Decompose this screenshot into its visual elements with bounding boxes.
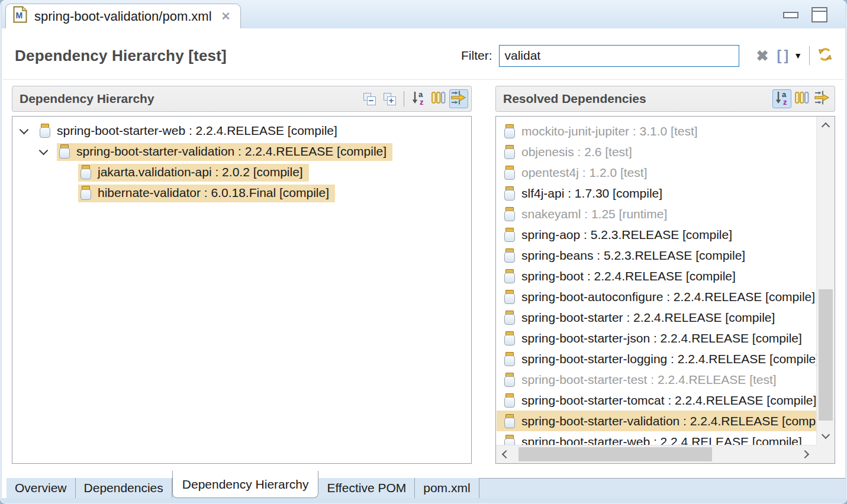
list-item[interactable]: spring-boot-starter : 2.2.4.RELEASE [com… xyxy=(497,307,816,328)
tree-node-label: spring-boot-starter-web : 2.2.4.RELEASE … xyxy=(57,124,337,138)
horizontal-scrollbar-thumb[interactable] xyxy=(518,447,712,461)
jar-icon xyxy=(504,435,515,445)
list-item[interactable]: spring-boot-autoconfigure : 2.2.4.RELEAS… xyxy=(497,286,816,307)
tree-node[interactable]: jakarta.validation-api : 2.0.2 [compile] xyxy=(78,164,309,182)
list-item[interactable]: spring-boot-starter-validation : 2.2.4.R… xyxy=(497,411,816,431)
resolved-content: mockito-junit-jupiter : 3.1.0 [test]obje… xyxy=(495,116,835,464)
list-item-label: spring-boot-starter-logging : 2.2.4.RELE… xyxy=(521,352,816,366)
list-item[interactable]: spring-boot-starter-tomcat : 2.2.4.RELEA… xyxy=(497,390,816,411)
tree-node-label: spring-boot-starter-validation : 2.2.4.R… xyxy=(76,144,387,159)
sort-alphabetically-button[interactable]: a z xyxy=(772,89,791,108)
jar-icon xyxy=(504,269,515,283)
jar-icon xyxy=(504,124,515,138)
editor-tab-pom[interactable]: M spring-boot-validation/pom.xml ✕ xyxy=(5,4,241,28)
sort-alphabetically-button[interactable]: a z xyxy=(409,89,428,108)
list-item[interactable]: spring-beans : 5.2.3.RELEASE [compile] xyxy=(497,245,816,266)
list-item-label: spring-boot-starter-test : 2.2.4.RELEASE… xyxy=(521,373,777,387)
link-with-selection-button[interactable] xyxy=(449,89,468,108)
tree-node[interactable]: spring-boot-starter-validation : 2.2.4.R… xyxy=(57,143,392,161)
collapse-all-button[interactable]: − xyxy=(360,89,379,108)
list-item-label: snakeyaml : 1.25 [runtime] xyxy=(521,207,667,221)
list-item[interactable]: spring-boot : 2.2.4.RELEASE [compile] xyxy=(497,266,816,286)
columns-icon xyxy=(431,91,446,107)
dependency-tree: spring-boot-starter-web : 2.2.4.RELEASE … xyxy=(12,117,471,203)
collapse-all-icon: − xyxy=(363,93,376,105)
chevron-down-icon[interactable] xyxy=(20,125,29,134)
tree-node-label: hibernate-validator : 6.0.18.Final [comp… xyxy=(98,186,329,200)
resolved-list: mockito-junit-jupiter : 3.1.0 [test]obje… xyxy=(497,117,816,445)
list-item[interactable]: mockito-junit-jupiter : 3.1.0 [test] xyxy=(497,121,816,141)
tab-dependencies[interactable]: Dependencies xyxy=(76,478,172,498)
maximize-icon[interactable] xyxy=(811,7,827,22)
link-arrows-icon xyxy=(814,90,830,108)
scroll-down-icon[interactable] xyxy=(822,431,830,439)
jar-icon xyxy=(504,352,515,366)
list-item-label: opentest4j : 1.2.0 [test] xyxy=(521,166,647,180)
horizontal-scrollbar[interactable] xyxy=(496,445,816,463)
chevron-down-icon[interactable] xyxy=(39,146,49,155)
tree-node[interactable]: hibernate-validator : 6.0.18.Final [comp… xyxy=(78,185,335,202)
editor-window: M spring-boot-validation/pom.xml ✕ Depen… xyxy=(0,0,847,504)
scroll-right-icon[interactable] xyxy=(801,450,809,458)
scroll-up-icon[interactable] xyxy=(822,122,830,131)
close-icon[interactable]: ✕ xyxy=(221,9,231,23)
vertical-scrollbar-thumb[interactable] xyxy=(819,289,833,421)
minimize-icon[interactable] xyxy=(783,12,798,18)
jar-icon xyxy=(504,228,515,242)
list-item[interactable]: spring-boot-starter-logging : 2.2.4.RELE… xyxy=(497,348,816,369)
tab-overview[interactable]: Overview xyxy=(7,478,76,498)
expand-all-icon: + xyxy=(384,93,396,105)
list-item[interactable]: opentest4j : 1.2.0 [test] xyxy=(497,162,816,183)
list-item-label: spring-boot-starter-json : 2.2.4.RELEASE… xyxy=(521,331,802,345)
tree-row[interactable]: spring-boot-starter-web : 2.2.4.RELEASE … xyxy=(12,121,471,141)
tree-node[interactable]: spring-boot-starter-web : 2.2.4.RELEASE … xyxy=(37,122,343,140)
list-item-label: spring-boot-autoconfigure : 2.2.4.RELEAS… xyxy=(521,290,815,304)
list-item[interactable]: spring-boot-starter-test : 2.2.4.RELEASE… xyxy=(497,369,816,390)
brackets-filter-icon[interactable]: [ ] xyxy=(777,48,788,64)
list-item[interactable]: snakeyaml : 1.25 [runtime] xyxy=(497,203,816,224)
jar-icon xyxy=(80,165,91,179)
list-item-label: spring-boot-starter : 2.2.4.RELEASE [com… xyxy=(521,311,775,325)
jar-icon xyxy=(504,373,515,387)
scrollbar-corner xyxy=(816,445,835,463)
tab-pom-xml[interactable]: pom.xml xyxy=(415,478,479,498)
jar-icon xyxy=(504,186,515,201)
filter-input[interactable] xyxy=(499,45,739,67)
filter-menu-caret-icon[interactable]: ▼ xyxy=(794,51,802,60)
svg-text:z: z xyxy=(420,98,424,106)
tab-dependency-hierarchy[interactable]: Dependency Hierarchy xyxy=(172,471,319,498)
filter-label: Filter: xyxy=(461,49,492,63)
list-item[interactable]: spring-boot-starter-web : 2.2.4.RELEASE … xyxy=(497,431,816,445)
list-item[interactable]: spring-boot-starter-json : 2.2.4.RELEASE… xyxy=(497,328,816,348)
tree-row[interactable]: hibernate-validator : 6.0.18.Final [comp… xyxy=(12,183,471,203)
list-item-label: spring-beans : 5.2.3.RELEASE [compile] xyxy=(521,248,745,263)
clear-filter-icon[interactable]: ✖ xyxy=(756,49,768,63)
resolved-toolbar: a z xyxy=(772,89,832,108)
list-item[interactable]: slf4j-api : 1.7.30 [compile] xyxy=(497,183,816,203)
filter-group: Filter: ✖ [ ] ▼ xyxy=(461,45,833,67)
tree-row[interactable]: spring-boot-starter-validation : 2.2.4.R… xyxy=(12,141,471,162)
editor-body: Dependency Hierarchy [test] Filter: ✖ [ … xyxy=(2,28,845,498)
sort-az-icon: a z xyxy=(774,90,790,108)
hierarchy-toolbar: − + xyxy=(360,89,468,108)
refresh-icon[interactable] xyxy=(817,46,833,65)
list-item[interactable]: spring-aop : 5.2.3.RELEASE [compile] xyxy=(497,224,816,245)
show-group-id-button[interactable] xyxy=(793,89,811,108)
scroll-left-icon[interactable] xyxy=(502,450,510,458)
link-with-selection-button[interactable] xyxy=(813,89,832,108)
show-group-id-button[interactable] xyxy=(429,89,448,108)
jar-icon xyxy=(80,186,91,200)
tab-effective-pom[interactable]: Effective POM xyxy=(318,478,415,498)
expand-all-button[interactable]: + xyxy=(380,89,399,108)
list-item[interactable]: objenesis : 2.6 [test] xyxy=(497,141,816,162)
maven-pom-file-icon: M xyxy=(13,6,27,27)
columns-icon xyxy=(794,91,810,107)
jar-icon xyxy=(504,248,515,263)
resolved-section-title: Resolved Dependencies xyxy=(503,92,646,106)
dependency-hierarchy-panel: Dependency Hierarchy − + xyxy=(12,86,472,464)
hierarchy-section-title: Dependency Hierarchy xyxy=(20,92,154,106)
tree-row[interactable]: jakarta.validation-api : 2.0.2 [compile] xyxy=(12,162,471,183)
form-header: Dependency Hierarchy [test] Filter: ✖ [ … xyxy=(2,28,845,79)
jar-icon xyxy=(504,145,515,159)
vertical-scrollbar[interactable] xyxy=(816,117,835,445)
